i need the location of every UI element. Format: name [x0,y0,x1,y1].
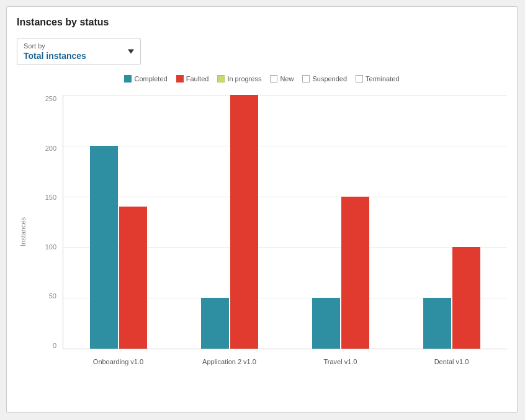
bar-faulted [341,197,369,349]
y-tick: 100 [38,243,60,251]
legend-label: Faulted [186,75,209,83]
legend-color-in-progress [217,75,225,83]
y-tick: 200 [38,145,60,152]
sort-label: Sort by [24,42,120,50]
y-tick: 50 [38,292,60,300]
legend-color-faulted [176,75,184,83]
legend-label: Completed [134,75,167,83]
legend-label: In progress [227,75,261,83]
y-axis-label: Instances [17,95,29,368]
bars-container [63,95,507,349]
x-labels: Onboarding v1.0Application 2 v1.0Travel … [63,349,507,368]
y-axis-ticks: 250200150100500 [38,95,60,349]
sort-dropdown[interactable]: Sort by Total instances [17,38,141,65]
legend-color-suspended [302,75,310,83]
bar-group [63,95,174,349]
y-tick: 250 [38,95,60,102]
x-label: Application 2 v1.0 [174,349,285,368]
chevron-down-icon [128,50,134,54]
chart-area: Instances 250200150100500 Onboarding v1.… [17,95,507,368]
legend-label: New [280,75,294,83]
sort-value: Total instances [24,51,120,61]
y-tick: 150 [38,194,60,201]
legend-item-completed: Completed [124,75,167,83]
legend: CompletedFaultedIn progressNewSuspendedT… [17,75,507,83]
legend-item-terminated: Terminated [356,75,399,83]
x-label: Dental v1.0 [396,349,507,368]
legend-item-suspended: Suspended [302,75,347,83]
legend-color-terminated [356,75,363,83]
legend-color-completed [124,75,132,83]
bar-faulted [230,95,258,349]
bar-group [174,95,285,349]
bar-group [285,95,397,349]
bar-faulted [119,207,147,349]
legend-label: Suspended [312,75,347,83]
bar-faulted [452,247,480,349]
legend-item-in-progress: In progress [217,75,261,83]
groups-row [63,95,507,349]
main-card: Instances by status Sort by Total instan… [6,6,518,413]
bar-completed [201,298,229,349]
bar-completed [312,298,340,349]
page-title: Instances by status [17,17,507,28]
y-tick: 0 [38,342,60,349]
legend-label: Terminated [366,75,399,83]
bar-completed [90,146,118,349]
chart-inner: 250200150100500 Onboarding v1.0Applicati… [38,95,507,368]
bar-group [396,95,507,349]
x-label: Travel v1.0 [285,349,396,368]
legend-item-faulted: Faulted [176,75,209,83]
x-label: Onboarding v1.0 [63,349,174,368]
legend-item-new: New [270,75,294,83]
legend-color-new [270,75,277,83]
bar-completed [423,298,451,349]
